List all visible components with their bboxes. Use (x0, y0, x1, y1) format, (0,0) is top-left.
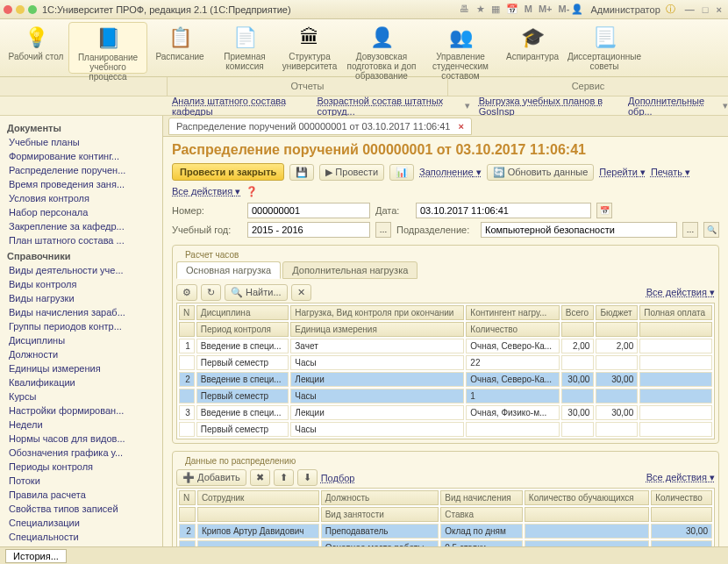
date-input[interactable] (416, 203, 591, 218)
post-close-button[interactable]: Провести и закрыть (172, 163, 284, 181)
sidebar-item[interactable]: Учебные планы (0, 135, 162, 149)
col-header[interactable]: N (179, 305, 195, 320)
dept-select-icon[interactable]: … (682, 222, 698, 238)
table-row[interactable]: 1Введение в специ...ЗачетОчная, Северо-К… (179, 339, 712, 353)
col-header[interactable]: N (179, 490, 196, 505)
dept-input[interactable] (481, 222, 677, 238)
tab-main-load[interactable]: Основная нагрузка (176, 261, 281, 279)
tab-extra-load[interactable]: Дополнительная нагрузка (282, 261, 418, 279)
col-header[interactable]: Сотрудник (197, 490, 319, 505)
col-header[interactable]: Бюджет (596, 305, 638, 320)
help-icon[interactable]: ❓ (246, 186, 258, 197)
sidebar-item[interactable]: Распределение поручен... (0, 163, 162, 177)
grid-settings-icon[interactable]: ⚙ (176, 284, 197, 301)
all-actions-link[interactable]: Все действия ▾ (172, 186, 240, 197)
grid-all-actions[interactable]: Все действия ▾ (646, 287, 715, 298)
col-header[interactable]: Нагрузка, Вид контроля при окончании (290, 305, 464, 320)
sidebar-item[interactable]: Потоки (0, 474, 162, 488)
history-button[interactable]: История... (5, 549, 67, 563)
sidebar-item[interactable]: Набор персонала (0, 205, 162, 219)
info-icon[interactable]: ⓘ (666, 3, 675, 16)
sidebar-item[interactable]: Закрепление за кафедр... (0, 219, 162, 233)
tb-students[interactable]: 👥Управление студенческим составом (421, 22, 500, 74)
sidebar-item[interactable]: Виды контроля (0, 277, 162, 291)
hours-grid[interactable]: NДисциплинаНагрузка, Вид контроля при ок… (176, 303, 715, 439)
sidebar-item[interactable]: Формирование континг... (0, 149, 162, 163)
up-icon[interactable]: ⬆ (274, 469, 294, 486)
tb-postgrad[interactable]: 🎓Аспирантура (500, 22, 565, 74)
sidebar-item[interactable]: Недели (0, 418, 162, 432)
find-button[interactable]: 🔍 Найти... (225, 284, 288, 301)
max-dot[interactable] (28, 5, 37, 14)
link-additional[interactable]: Дополнительные обр... (623, 96, 719, 117)
sidebar-item[interactable]: Нормы часов для видов... (0, 432, 162, 446)
refresh-button[interactable]: 🔄 Обновить данные (487, 164, 595, 181)
close-dot[interactable] (4, 5, 12, 14)
sidebar-item[interactable]: Обозначения графика у... (0, 446, 162, 460)
mplus-icon[interactable]: M+ (539, 4, 553, 14)
sidebar-item[interactable]: Специальные звания (0, 544, 162, 546)
table-row[interactable]: 3Введение в специ...ЛекцииОчная, Физико-… (179, 405, 712, 420)
table-row[interactable]: Первый семестрЧасы (179, 422, 712, 437)
tb-schedule[interactable]: 📋Расписание (147, 22, 212, 74)
table-row[interactable]: 2Крипов Артур ДавидовичПреподавательОкла… (179, 524, 712, 539)
dist-all-actions[interactable]: Все действия ▾ (646, 472, 715, 483)
min-dot[interactable] (16, 5, 25, 14)
sidebar-item[interactable]: Свойства типов записей (0, 502, 162, 516)
tb-structure[interactable]: 🏛Структура университета (277, 22, 342, 74)
report-icon[interactable]: 📊 (389, 164, 414, 181)
fill-link[interactable]: Заполнение ▾ (419, 167, 482, 178)
number-input[interactable] (247, 203, 370, 218)
sidebar-item[interactable]: Виды нагрузки (0, 291, 162, 305)
sidebar-item[interactable]: Условия контроля (0, 191, 162, 205)
cal-icon[interactable]: 📅 (506, 4, 518, 14)
tab-close-icon[interactable]: × (459, 121, 464, 132)
m-icon[interactable]: M (525, 4, 532, 14)
table-row[interactable]: Основное место работы0,5 ставки (179, 540, 712, 546)
sidebar-item[interactable]: Группы периодов контр... (0, 319, 162, 333)
save-icon[interactable]: 💾 (289, 164, 314, 181)
link-age-staff[interactable]: Возрастной состав штатных сотруд... (311, 96, 460, 117)
sidebar-item[interactable]: Специальности (0, 530, 162, 544)
col-header[interactable]: Всего (561, 305, 595, 320)
col-header[interactable]: Количество обучающихся (525, 490, 649, 505)
tb-preuniv[interactable]: 👤Довузовская подготовка и доп образовани… (342, 22, 421, 74)
goto-link[interactable]: Перейти ▾ (599, 167, 646, 178)
clear-find-icon[interactable]: ✕ (291, 284, 311, 301)
year-input[interactable] (247, 222, 370, 238)
maximize-icon[interactable]: □ (703, 4, 709, 15)
table-row[interactable]: Первый семестрЧасы1 (179, 389, 712, 403)
pick-link[interactable]: Подбор (321, 473, 355, 483)
link-export-plans[interactable]: Выгрузка учебных планов в GosInsp (474, 96, 619, 117)
sidebar-item[interactable]: Правила расчета (0, 488, 162, 502)
dept-open-icon[interactable]: 🔍 (703, 222, 719, 238)
table-row[interactable]: Первый семестрЧасы22 (179, 355, 712, 370)
calc-icon[interactable]: ▦ (491, 4, 500, 14)
year-select-icon[interactable]: … (375, 222, 391, 238)
fav-icon[interactable]: ★ (476, 4, 485, 14)
post-button[interactable]: ▶ Провести (319, 164, 384, 181)
document-tab[interactable]: Распределение поручений 000000001 от 03.… (168, 118, 472, 135)
col-header[interactable]: Должность (321, 490, 439, 505)
print-link[interactable]: Печать ▾ (651, 167, 690, 178)
mminus-icon[interactable]: M- (559, 4, 570, 14)
sidebar-item[interactable]: Время проведения заня... (0, 177, 162, 191)
date-picker-icon[interactable]: 📅 (596, 203, 612, 218)
sidebar-item[interactable]: Дисциплины (0, 333, 162, 347)
close-icon[interactable]: × (717, 4, 722, 15)
tb-planning[interactable]: 📘Планирование учебного процесса (68, 22, 147, 74)
delete-icon[interactable]: ✖ (250, 469, 270, 486)
col-header[interactable]: Количество (651, 490, 712, 505)
distribution-grid[interactable]: NСотрудникДолжностьВид начисленияКоличес… (176, 488, 715, 546)
sidebar-item[interactable]: Виды начисления зараб... (0, 305, 162, 319)
sidebar-item[interactable]: Виды деятельности уче... (0, 263, 162, 277)
sidebar-item[interactable]: Должности (0, 347, 162, 361)
col-header[interactable]: Полная оплата (639, 305, 712, 320)
sidebar-item[interactable]: Специализации (0, 516, 162, 530)
sidebar-item[interactable]: Единицы измерения (0, 361, 162, 375)
print-icon[interactable]: 🖶 (460, 4, 469, 14)
table-row[interactable]: 2Введение в специ...ЛекцииОчная, Северо-… (179, 372, 712, 387)
minimize-icon[interactable]: — (685, 4, 695, 15)
sidebar-item[interactable]: Периоды контроля (0, 460, 162, 474)
tb-desktop[interactable]: 💡Рабочий стол (4, 22, 68, 74)
